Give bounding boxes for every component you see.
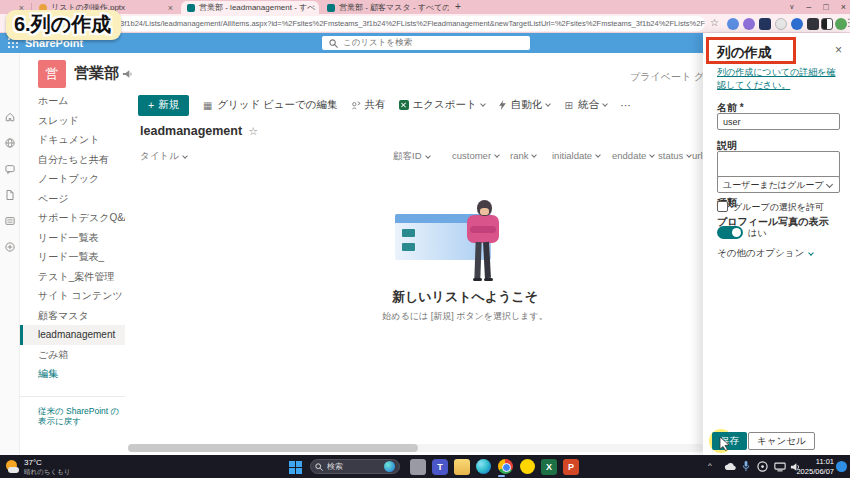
share-icon (351, 100, 361, 110)
notification-icon[interactable] (836, 461, 847, 472)
column-header-initialdate[interactable]: initialdate (552, 150, 600, 161)
taskbar-clock[interactable]: 11:01 2025/06/07 (796, 457, 834, 477)
plus-icon: + (148, 99, 154, 111)
document-icon[interactable] (4, 189, 16, 201)
sidebar-item-pages[interactable]: ページ (20, 189, 125, 209)
purple-extension-icon[interactable] (743, 18, 755, 30)
display-tray-icon[interactable] (774, 462, 786, 472)
column-help-link[interactable]: 列の作成についての詳細を確認してください。 (717, 66, 839, 91)
site-title[interactable]: 営業部 (74, 64, 119, 83)
sidebar-item-supportdesk[interactable]: サポートデスクQ&A (20, 208, 125, 228)
site-logo[interactable]: 営 (38, 60, 66, 88)
new-item-button[interactable]: + 新規 (138, 95, 189, 116)
column-header-title[interactable]: タイトル (140, 150, 187, 163)
edge-icon[interactable] (476, 459, 492, 475)
classic-sharepoint-link[interactable]: 従来の SharePoint の表示に戻す (20, 396, 125, 426)
column-name-input[interactable] (717, 113, 840, 130)
chrome-icon[interactable] (498, 459, 514, 475)
column-header-rank[interactable]: rank (510, 150, 536, 161)
teams-icon[interactable]: T (432, 459, 448, 475)
tray-chevron-icon[interactable]: ^ (708, 461, 712, 470)
sidebar-item-lead-list[interactable]: リード一覧表 (20, 228, 125, 248)
yellow-app-icon[interactable] (520, 459, 535, 474)
column-header-status[interactable]: status (658, 150, 691, 161)
browser-tab-leadmanagement[interactable]: 営業部 - leadmanagement - すべ × (181, 1, 319, 14)
empty-list-state: 新しいリストへようこそ 始めるには [新規] ボタンを選択します。 (320, 200, 610, 323)
mouse-cursor (719, 437, 731, 451)
mic-extension-icon[interactable] (727, 18, 739, 30)
sidebar-item-thread[interactable]: スレッド (20, 111, 125, 131)
blue-extension-icon[interactable] (791, 18, 803, 30)
grid-icon: ▦ (202, 100, 213, 111)
tab-close-icon[interactable]: × (168, 3, 173, 13)
globe-icon[interactable] (4, 137, 16, 149)
column-header-customer[interactable]: customer (452, 150, 499, 161)
microphone-tray-icon[interactable] (742, 461, 750, 472)
disc-tray-icon[interactable] (757, 461, 768, 472)
allow-group-checkbox[interactable] (717, 201, 728, 212)
list-search-box[interactable]: このリストを検索 (322, 36, 530, 50)
chevron-down-icon (480, 101, 486, 107)
automate-label: 自動化 (511, 98, 543, 112)
sidebar-item-lead-list2[interactable]: リード一覧表_ (20, 247, 125, 267)
powerpoint-app-icon[interactable]: P (563, 459, 579, 475)
column-header-enddate[interactable]: enddate (612, 150, 654, 161)
browser-tab-kokyaku-master[interactable]: 営業部 - 顧客マスタ - すべてのアイ × (321, 1, 449, 14)
chevron-down-icon (602, 101, 608, 107)
weather-icon (5, 460, 20, 475)
task-view-icon[interactable] (410, 459, 426, 475)
sidebar-item-shared[interactable]: 自分たちと共有 (20, 150, 125, 170)
conversations-icon[interactable] (4, 163, 16, 175)
sidebar-item-leadmanagement[interactable]: leadmanagement (20, 325, 125, 345)
excel-app-icon[interactable]: X (541, 459, 557, 475)
library-icon[interactable] (4, 215, 16, 227)
new-tab-button[interactable]: + (455, 1, 461, 12)
favorite-star-icon[interactable]: ☆ (248, 125, 258, 138)
close-window-button[interactable]: × (841, 2, 846, 12)
column-type-dropdown[interactable]: ユーザーまたはグループ (717, 176, 840, 193)
sidebar-item-documents[interactable]: ドキュメント (20, 130, 125, 150)
more-commands-button[interactable]: ··· (620, 99, 631, 111)
grid-edit-button[interactable]: ▦ グリッド ビューでの編集 (202, 98, 337, 112)
browser-menu-icon[interactable]: ⋮ (844, 17, 848, 28)
more-options-link[interactable]: その他のオプション (717, 247, 813, 260)
navy-extension-icon[interactable] (759, 18, 771, 30)
taskbar-weather-widget[interactable]: 37°C 晴れのちくもり (5, 458, 70, 477)
automate-button[interactable]: 自動化 (498, 98, 551, 112)
file-explorer-icon[interactable] (454, 459, 470, 475)
maximize-button[interactable]: □ (823, 2, 828, 12)
onedrive-cloud-icon[interactable] (724, 462, 736, 471)
empty-state-subtitle: 始めるには [新規] ボタンを選択します。 (320, 310, 610, 323)
extensions-pin-icon[interactable] (807, 18, 819, 30)
split-screen-icon[interactable] (821, 18, 833, 30)
panel-close-icon[interactable]: × (835, 43, 842, 57)
share-button[interactable]: 共有 (351, 98, 386, 112)
weather-temp: 37°C (24, 458, 70, 468)
taskbar-search[interactable]: 検索 (310, 459, 400, 474)
horizontal-scrollbar-thumb[interactable] (128, 444, 418, 452)
sidebar-edit-link[interactable]: 編集 (20, 364, 125, 384)
address-bar[interactable]: sites/msteams_3f1b24/Lists/leadmanagemen… (60, 16, 705, 31)
minimize-button[interactable]: – (806, 2, 811, 12)
home-icon[interactable] (4, 111, 16, 123)
sidebar-item-kokyaku-master[interactable]: 顧客マスタ (20, 306, 125, 326)
start-button[interactable] (289, 461, 302, 474)
sidebar-item-home[interactable]: ホーム (20, 91, 125, 111)
bookmark-star-icon[interactable]: ☆ (710, 17, 719, 28)
sidebar-item-site-contents[interactable]: サイト コンテンツ (20, 286, 125, 306)
search-placeholder: このリストを検索 (343, 37, 412, 49)
export-button[interactable]: エクスポート (399, 98, 485, 112)
site-navigation: ホーム スレッド ドキュメント 自分たちと共有 ノートブック ページ サポートデ… (20, 91, 125, 384)
column-header-customer-id[interactable]: 顧客ID (393, 150, 430, 163)
integrate-button[interactable]: ⊞ 統合 (563, 98, 607, 112)
profile-photo-toggle[interactable] (717, 226, 743, 239)
sidebar-item-notebook[interactable]: ノートブック (20, 169, 125, 189)
window-controls: ∨ – □ × (789, 0, 846, 13)
sidebar-item-test-anken[interactable]: テスト_案件管理 (20, 267, 125, 287)
sidebar-item-recycle-bin[interactable]: ごみ箱 (20, 345, 125, 365)
add-icon[interactable] (4, 241, 16, 253)
u-extension-icon[interactable] (775, 18, 787, 30)
excel-icon (399, 100, 409, 110)
cancel-button[interactable]: キャンセル (748, 432, 815, 450)
tab-search-chevron-icon[interactable]: ∨ (789, 3, 794, 11)
